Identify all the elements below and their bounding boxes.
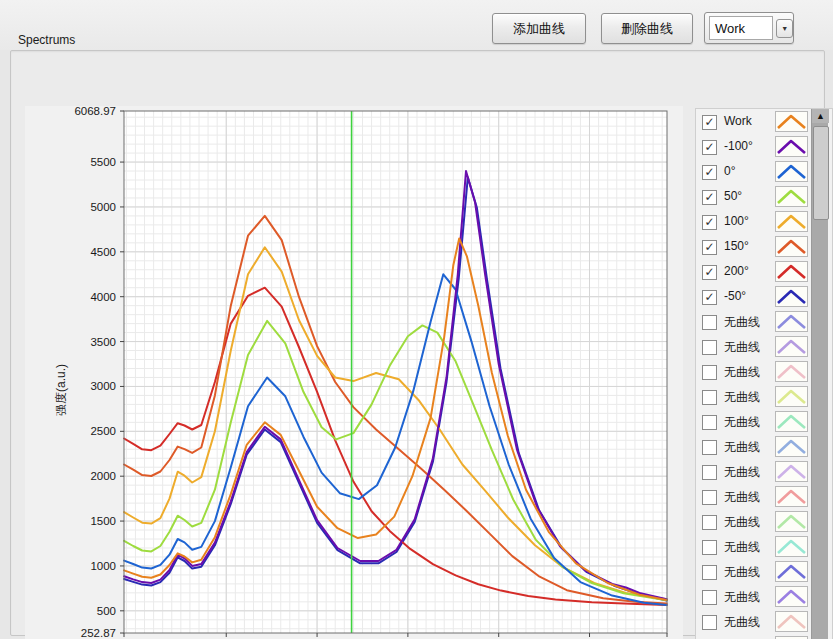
- curve-color-swatch[interactable]: [775, 411, 808, 432]
- y-axis-title: 强度(a.u.): [53, 364, 70, 416]
- curve-visibility-checkbox[interactable]: ✓: [702, 115, 717, 130]
- curve-visibility-checkbox[interactable]: [702, 590, 717, 605]
- curve-visibility-checkbox[interactable]: ✓: [702, 165, 717, 180]
- curve-visibility-checkbox[interactable]: [702, 440, 717, 455]
- legend-row: 无曲线: [696, 559, 808, 584]
- curve-visibility-checkbox[interactable]: ✓: [702, 240, 717, 255]
- curve-label: 无曲线: [724, 364, 760, 381]
- legend-row: 无曲线: [696, 334, 808, 359]
- curve-label: Work: [724, 114, 752, 128]
- legend-row: ✓0°: [696, 159, 808, 184]
- curve-visibility-checkbox[interactable]: ✓: [702, 190, 717, 205]
- curve-style-icon: [776, 212, 807, 231]
- curve-color-swatch[interactable]: [775, 461, 808, 482]
- curve-visibility-checkbox[interactable]: [702, 515, 717, 530]
- legend-row: 无曲线: [696, 609, 808, 634]
- curve-visibility-checkbox[interactable]: [702, 565, 717, 580]
- curve-visibility-checkbox[interactable]: ✓: [702, 215, 717, 230]
- add-curve-button[interactable]: 添加曲线: [492, 13, 586, 44]
- curve-color-swatch[interactable]: [775, 561, 808, 582]
- legend-row: 无曲线: [696, 534, 808, 559]
- delete-curve-button[interactable]: 删除曲线: [601, 13, 693, 44]
- curve-visibility-checkbox[interactable]: [702, 615, 717, 630]
- curve-label: 无曲线: [724, 614, 760, 631]
- legend-row: ✓Work: [696, 109, 808, 134]
- spectrum-chart[interactable]: 774.83100012001400160018001970.66068.975…: [25, 106, 683, 639]
- curve-style-icon: [776, 162, 807, 181]
- curve-label: 无曲线: [724, 339, 760, 356]
- curve-label: 无曲线: [724, 489, 760, 506]
- curve-color-swatch[interactable]: [775, 111, 808, 132]
- curve-visibility-checkbox[interactable]: [702, 465, 717, 480]
- legend-row: 无曲线: [696, 584, 808, 609]
- curve-visibility-checkbox[interactable]: [702, 540, 717, 555]
- curve-color-swatch[interactable]: [775, 186, 808, 207]
- curve-style-icon: [776, 362, 807, 381]
- curve-color-swatch[interactable]: [775, 286, 808, 307]
- legend-row: ✓200°: [696, 259, 808, 284]
- scroll-up-icon[interactable]: ▲: [812, 109, 829, 123]
- chevron-down-icon[interactable]: ▼: [776, 19, 793, 38]
- curve-visibility-checkbox[interactable]: ✓: [702, 265, 717, 280]
- curve-visibility-checkbox[interactable]: [702, 415, 717, 430]
- y-tick-label: 5500: [90, 156, 116, 168]
- curve-style-icon: [776, 437, 807, 456]
- curve-color-swatch[interactable]: [775, 586, 808, 607]
- curve-label: 无曲线: [724, 539, 760, 556]
- curve-color-swatch[interactable]: [775, 511, 808, 532]
- scrollbar-thumb[interactable]: [813, 126, 829, 220]
- curve-label: 无曲线: [724, 589, 760, 606]
- curve-style-icon: [776, 612, 807, 631]
- curve-color-swatch[interactable]: [775, 361, 808, 382]
- spectrums-panel: 774.83100012001400160018001970.66068.975…: [10, 50, 825, 636]
- curve-visibility-checkbox[interactable]: ✓: [702, 290, 717, 305]
- curve-color-swatch[interactable]: [775, 386, 808, 407]
- y-tick-label: 5000: [90, 201, 116, 213]
- curve-label: 无曲线: [724, 564, 760, 581]
- curve-label: 无曲线: [724, 389, 760, 406]
- curve-label: 无曲线: [724, 314, 760, 331]
- y-tick-label: 2500: [90, 425, 116, 437]
- curve-style-icon: [776, 337, 807, 356]
- y-tick-label: 6068.97: [74, 106, 116, 117]
- curve-style-icon: [776, 412, 807, 431]
- curve-style-icon: [776, 112, 807, 131]
- legend-row: ✓-50°: [696, 284, 808, 309]
- legend-row: 无曲线: [696, 459, 808, 484]
- curve-label: 100°: [724, 214, 749, 228]
- legend-row: ✓150°: [696, 234, 808, 259]
- curve-select-dropdown[interactable]: Work ▼: [704, 12, 794, 44]
- y-tick-label: 3500: [90, 336, 116, 348]
- curve-style-icon: [776, 537, 807, 556]
- curve-color-swatch[interactable]: [775, 486, 808, 507]
- curve-visibility-checkbox[interactable]: ✓: [702, 140, 717, 155]
- dropdown-value[interactable]: Work: [709, 16, 773, 40]
- legend-row: 无曲线: [696, 409, 808, 434]
- curve-visibility-checkbox[interactable]: [702, 315, 717, 330]
- legend-scrollbar[interactable]: ▲ ▼: [811, 109, 828, 639]
- curve-color-swatch[interactable]: [775, 261, 808, 282]
- curve-label: -100°: [724, 139, 753, 153]
- curve-color-swatch[interactable]: [775, 211, 808, 232]
- curve-color-swatch[interactable]: [775, 336, 808, 357]
- curve-color-swatch[interactable]: [775, 611, 808, 632]
- legend-row: 无曲线: [696, 359, 808, 384]
- curve-color-swatch[interactable]: [775, 161, 808, 182]
- curve-style-icon: [776, 562, 807, 581]
- curve-visibility-checkbox[interactable]: [702, 365, 717, 380]
- curve-style-icon: [776, 462, 807, 481]
- curve-color-swatch[interactable]: [775, 436, 808, 457]
- legend-row: 无曲线: [696, 384, 808, 409]
- curve-color-swatch[interactable]: [775, 311, 808, 332]
- y-tick-label: 2000: [90, 470, 116, 482]
- chart-canvas[interactable]: 774.83100012001400160018001970.66068.975…: [25, 106, 683, 639]
- curve-visibility-checkbox[interactable]: [702, 390, 717, 405]
- curve-color-swatch[interactable]: [775, 536, 808, 557]
- curve-visibility-checkbox[interactable]: [702, 490, 717, 505]
- curve-color-swatch[interactable]: [775, 136, 808, 157]
- legend-row: ✓50°: [696, 184, 808, 209]
- y-tick-label: 4000: [90, 291, 116, 303]
- curve-color-swatch[interactable]: [775, 236, 808, 257]
- curve-visibility-checkbox[interactable]: [702, 340, 717, 355]
- legend-row: 无曲线: [696, 509, 808, 534]
